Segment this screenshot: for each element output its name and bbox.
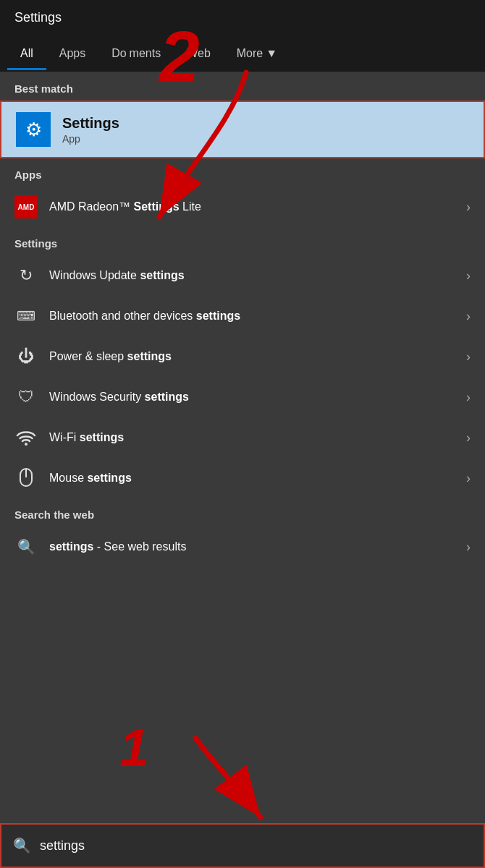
chevron-right-icon: › bbox=[466, 390, 471, 405]
chevron-right-icon: › bbox=[466, 430, 471, 446]
best-match-settings[interactable]: ⚙ Settings App bbox=[0, 101, 485, 158]
windows-update-text: Windows Update settings bbox=[49, 269, 455, 282]
power-text: Power & sleep settings bbox=[49, 350, 455, 363]
security-text: Windows Security settings bbox=[49, 391, 455, 404]
search-bar[interactable]: 🔍 bbox=[0, 823, 485, 868]
bluetooth-icon: ⌨ bbox=[14, 305, 38, 328]
power-icon: ⏻ bbox=[14, 345, 38, 368]
chevron-down-icon: ▼ bbox=[266, 47, 277, 60]
list-item-windows-update[interactable]: ↻ Windows Update settings › bbox=[0, 255, 485, 296]
tab-apps[interactable]: Apps bbox=[46, 37, 98, 70]
list-item-amd[interactable]: AMD AMD Radeon™ Settings Lite › bbox=[0, 187, 485, 227]
best-match-info: Settings App bbox=[62, 115, 469, 145]
apps-section-header: Apps bbox=[0, 158, 485, 187]
list-item-wifi[interactable]: Wi-Fi settings › bbox=[0, 417, 485, 458]
list-item-power[interactable]: ⏻ Power & sleep settings › bbox=[0, 336, 485, 377]
wifi-icon bbox=[14, 426, 38, 449]
svg-point-0 bbox=[25, 443, 28, 446]
search-results: Best match ⚙ Settings App Apps AMD AMD R… bbox=[0, 72, 485, 567]
mouse-text: Mouse settings bbox=[49, 472, 455, 485]
list-item-web-search[interactable]: 🔍 settings - See web results › bbox=[0, 527, 485, 567]
arrow-1 bbox=[181, 731, 311, 825]
tab-all[interactable]: All bbox=[7, 37, 46, 70]
annotation-number-1: 1 bbox=[119, 722, 148, 774]
chevron-right-icon: › bbox=[466, 349, 471, 365]
window-title: Settings bbox=[14, 10, 62, 25]
amd-icon: AMD bbox=[14, 195, 38, 218]
search-icon: 🔍 bbox=[13, 837, 31, 854]
gear-icon: ⚙ bbox=[25, 119, 42, 141]
chevron-right-icon: › bbox=[466, 540, 471, 555]
chevron-right-icon: › bbox=[466, 268, 471, 284]
search-input[interactable] bbox=[40, 838, 472, 854]
mouse-icon bbox=[14, 467, 38, 490]
chevron-right-icon: › bbox=[466, 309, 471, 324]
tab-bar: All Apps Do ments Web More ▼ bbox=[0, 35, 485, 72]
chevron-right-icon: › bbox=[466, 200, 471, 215]
wifi-text: Wi-Fi settings bbox=[49, 431, 455, 444]
web-search-text: settings - See web results bbox=[49, 540, 455, 553]
tab-documents[interactable]: Do ments bbox=[98, 37, 174, 70]
shield-icon: 🛡 bbox=[14, 386, 38, 409]
list-item-security[interactable]: 🛡 Windows Security settings › bbox=[0, 377, 485, 417]
list-item-bluetooth[interactable]: ⌨ Bluetooth and other devices settings › bbox=[0, 296, 485, 336]
amd-item-text: AMD Radeon™ Settings Lite bbox=[49, 200, 455, 213]
best-match-title: Settings bbox=[62, 115, 469, 132]
list-item-mouse[interactable]: Mouse settings › bbox=[0, 458, 485, 498]
bluetooth-text: Bluetooth and other devices settings bbox=[49, 310, 455, 323]
search-web-header: Search the web bbox=[0, 498, 485, 527]
tab-more[interactable]: More ▼ bbox=[224, 37, 290, 70]
settings-app-icon: ⚙ bbox=[16, 112, 51, 147]
search-web-icon: 🔍 bbox=[14, 535, 38, 558]
tab-more-label: More bbox=[237, 47, 263, 60]
title-bar: Settings bbox=[0, 0, 485, 35]
best-match-subtitle: App bbox=[62, 133, 469, 145]
update-icon: ↻ bbox=[14, 264, 38, 287]
tab-web[interactable]: Web bbox=[174, 37, 224, 70]
settings-section-header: Settings bbox=[0, 227, 485, 255]
chevron-right-icon: › bbox=[466, 471, 471, 486]
best-match-header: Best match bbox=[0, 72, 485, 101]
